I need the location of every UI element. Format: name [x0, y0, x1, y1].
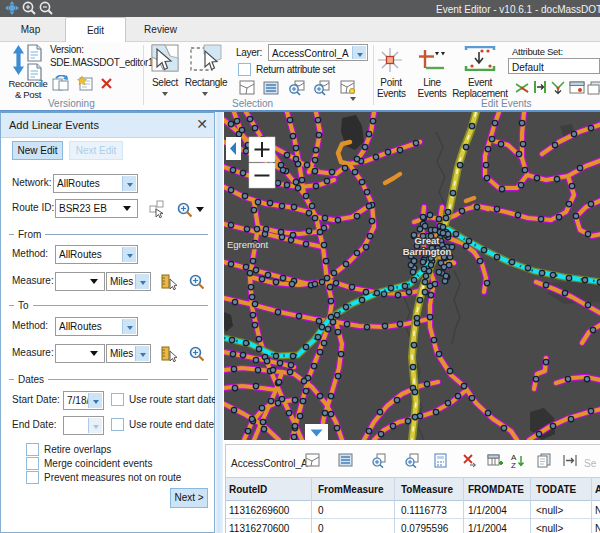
svg-text:Great: Great	[415, 235, 441, 246]
svg-text:Barrington: Barrington	[403, 246, 452, 257]
svg-text:Z: Z	[511, 461, 516, 468]
svg-text:Egremont: Egremont	[227, 239, 269, 250]
